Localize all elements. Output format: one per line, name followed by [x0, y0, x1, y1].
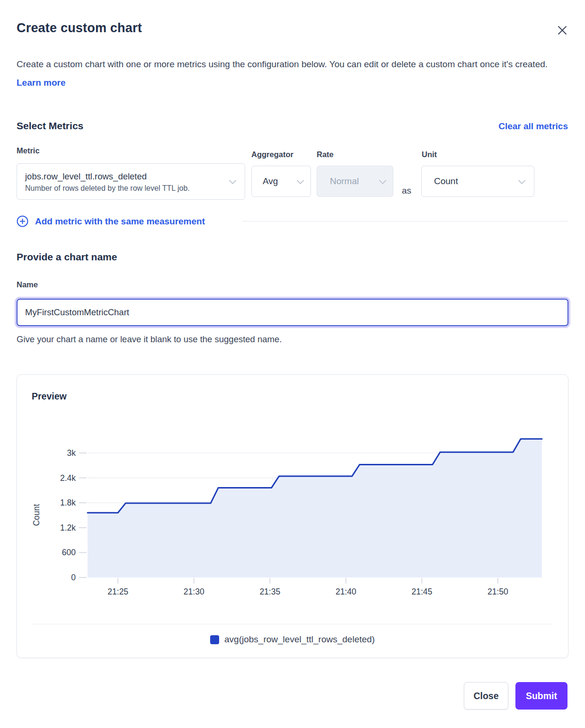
unit-select[interactable]: Count — [421, 166, 534, 197]
aggregator-select-value: Avg — [263, 176, 297, 186]
svg-text:21:35: 21:35 — [259, 587, 280, 596]
description-text: Create a custom chart with one or more m… — [17, 59, 548, 69]
metric-select-description: Number of rows deleted by the row level … — [25, 183, 229, 194]
metric-select-texts: jobs.row_level_ttl.rows_deleted Number o… — [25, 169, 229, 194]
unit-field-label: Unit — [422, 150, 437, 159]
page-title: Create custom chart — [17, 21, 142, 36]
svg-text:3k: 3k — [67, 448, 76, 458]
learn-more-link[interactable]: Learn more — [17, 78, 65, 88]
select-metrics-heading: Select Metrics — [17, 120, 83, 132]
svg-text:1.8k: 1.8k — [60, 498, 76, 507]
metric-field-label: Metric — [17, 146, 40, 155]
name-field-label: Name — [17, 280, 38, 289]
modal-description: Create a custom chart with one or more m… — [17, 55, 561, 92]
aggregator-field-label: Aggregator — [251, 150, 293, 159]
chart-name-input[interactable] — [17, 299, 568, 326]
chart-legend: avg(jobs_row_level_ttl_rows_deleted) — [17, 634, 568, 645]
chevron-down-icon — [297, 177, 304, 184]
as-label: as — [402, 186, 411, 196]
svg-text:600: 600 — [62, 548, 76, 557]
submit-button[interactable]: Submit — [515, 682, 567, 710]
aggregator-select[interactable]: Avg — [251, 166, 311, 197]
svg-text:0: 0 — [71, 573, 76, 582]
metric-select-value: jobs.row_level_ttl.rows_deleted — [25, 170, 229, 183]
preview-chart-svg: 06001.2k1.8k2.4k3k21:2521:3021:3521:4021… — [17, 374, 568, 602]
rate-select: Normal — [317, 166, 393, 197]
close-footer-button[interactable]: Close — [464, 682, 508, 710]
svg-text:21:30: 21:30 — [184, 587, 204, 596]
legend-swatch — [210, 635, 219, 644]
metric-select[interactable]: jobs.row_level_ttl.rows_deleted Number o… — [17, 163, 245, 200]
chevron-down-icon — [379, 177, 387, 184]
close-icon — [557, 25, 567, 36]
close-button[interactable] — [555, 23, 570, 38]
add-metric-button[interactable]: Add metric with the same measurement — [17, 215, 205, 227]
legend-divider — [32, 624, 553, 624]
plus-circle-icon — [17, 215, 28, 227]
legend-series-label: avg(jobs_row_level_ttl_rows_deleted) — [224, 634, 375, 645]
svg-text:1.2k: 1.2k — [60, 523, 76, 533]
rate-field-label: Rate — [317, 150, 334, 159]
name-helper-text: Give your chart a name or leave it blank… — [17, 334, 282, 345]
svg-text:21:45: 21:45 — [411, 587, 432, 596]
rate-select-value: Normal — [330, 176, 379, 186]
chevron-down-icon — [229, 177, 237, 185]
svg-text:21:25: 21:25 — [107, 587, 128, 596]
add-metric-label: Add metric with the same measurement — [35, 216, 205, 227]
unit-select-value: Count — [434, 176, 518, 186]
chevron-down-icon — [518, 177, 526, 184]
svg-text:21:50: 21:50 — [488, 587, 508, 596]
svg-text:21:40: 21:40 — [336, 587, 356, 596]
clear-all-metrics-link[interactable]: Clear all metrics — [498, 121, 568, 132]
metric-row-divider — [242, 221, 568, 222]
svg-text:2.4k: 2.4k — [60, 473, 76, 483]
svg-text:Count: Count — [32, 504, 41, 526]
chart-name-heading: Provide a chart name — [17, 251, 117, 263]
